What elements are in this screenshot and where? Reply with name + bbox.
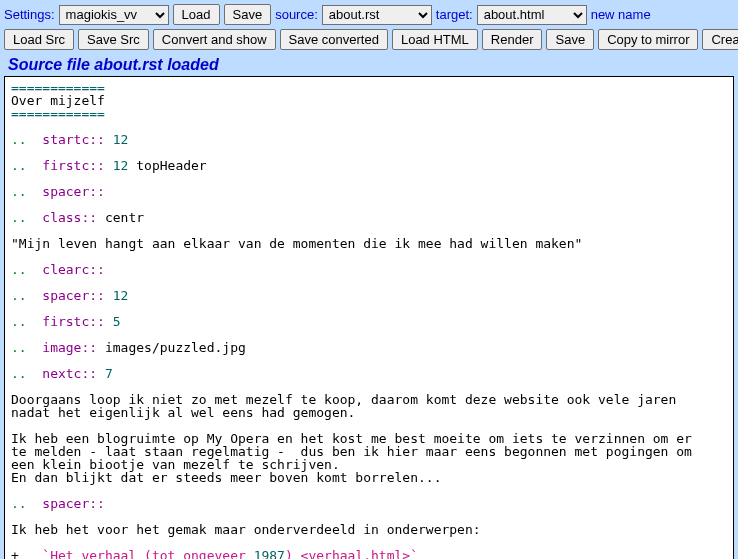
- status-message: Source file about.rst loaded: [0, 56, 738, 76]
- convert-show-button[interactable]: Convert and show: [153, 29, 276, 50]
- save-html-button[interactable]: Save: [546, 29, 594, 50]
- new-name-link[interactable]: new name: [591, 7, 651, 22]
- copy-mirror-button[interactable]: Copy to mirror: [598, 29, 698, 50]
- settings-select[interactable]: magiokis_vv: [59, 5, 169, 25]
- toolbar-row-1: Settings: magiokis_vv Load Save source: …: [4, 4, 734, 25]
- editor-frame: ============ Over mijzelf ============ .…: [4, 76, 734, 559]
- target-label: target:: [436, 7, 473, 22]
- load-html-button[interactable]: Load HTML: [392, 29, 478, 50]
- toolbar: Settings: magiokis_vv Load Save source: …: [0, 0, 738, 56]
- create-button[interactable]: Create: [702, 29, 738, 50]
- source-select[interactable]: about.rst: [322, 5, 432, 25]
- target-select[interactable]: about.html: [477, 5, 587, 25]
- toolbar-row-2: Load Src Save Src Convert and show Save …: [4, 29, 734, 50]
- settings-label: Settings:: [4, 7, 55, 22]
- save-src-button[interactable]: Save Src: [78, 29, 149, 50]
- save-button[interactable]: Save: [224, 4, 272, 25]
- render-button[interactable]: Render: [482, 29, 543, 50]
- source-editor[interactable]: ============ Over mijzelf ============ .…: [5, 77, 733, 559]
- save-converted-button[interactable]: Save converted: [280, 29, 388, 50]
- load-button[interactable]: Load: [173, 4, 220, 25]
- source-label: source:: [275, 7, 318, 22]
- load-src-button[interactable]: Load Src: [4, 29, 74, 50]
